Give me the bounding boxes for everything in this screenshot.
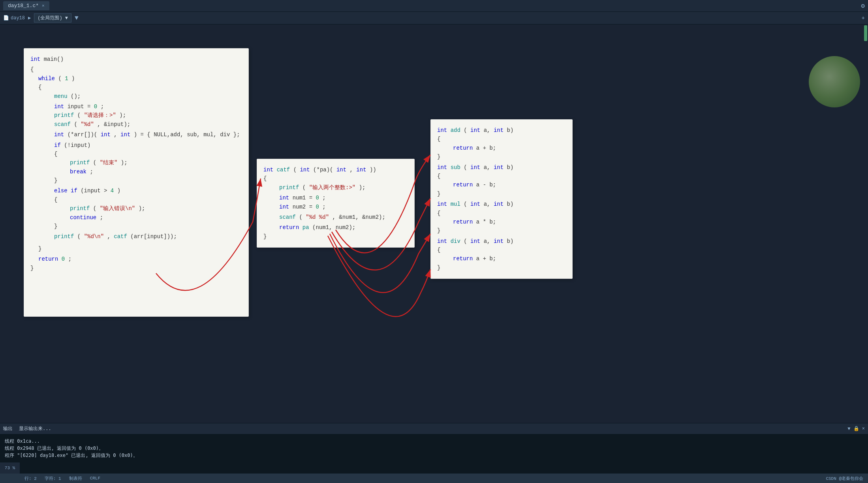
file-icon: 📄: [3, 15, 9, 21]
main-area: int main() { while ( 1 ) { menu (); int …: [0, 24, 868, 412]
show-output-label: 显示输出来...: [19, 425, 51, 432]
catf-code-panel: int catf ( int (*pa)( int , int )) { pri…: [257, 159, 415, 248]
toolbar-plus-icon[interactable]: +: [862, 15, 865, 21]
status-branding: CSDN @老秦包你会: [826, 475, 863, 481]
output-line-2: 线程 0x2948 已退出, 返回值为 0 (0x0)。: [5, 445, 863, 452]
main-code-panel: int main() { while ( 1 ) { menu (); int …: [24, 48, 249, 317]
zoom-indicator[interactable]: 73 %: [0, 462, 20, 474]
status-right: CSDN @老秦包你会: [826, 475, 863, 481]
status-encoding: CRLF: [90, 476, 100, 481]
toolbar: 📄 day18 ▶ (全局范围) ▼ ▼ +: [0, 12, 868, 24]
scope-arrow2: ▼: [75, 15, 79, 22]
kw-while: while: [38, 75, 55, 82]
toolbar-right: +: [862, 15, 865, 21]
tab-label: day18_1.c*: [8, 3, 39, 9]
output-line-3: 程序 "[6220] day18.exe" 已退出, 返回值为 0 (0x0)。: [5, 452, 863, 459]
zoom-label: 73 %: [5, 466, 15, 470]
toolbar-arrow: ▶: [28, 15, 31, 21]
filename-label: day18: [11, 15, 25, 21]
output-label: 输出: [3, 425, 13, 432]
status-col: 字符: 1: [45, 475, 61, 481]
output-content: 线程 0x1ca... 线程 0x2948 已退出, 返回值为 0 (0x0)。…: [0, 434, 868, 474]
output-close-buttons[interactable]: ▼ 🔒 ×: [847, 426, 865, 432]
settings-icon: ⚙: [861, 3, 865, 10]
status-format: 制表符: [69, 475, 82, 481]
output-toolbar: 输出 显示输出来... ▼ 🔒 ×: [0, 423, 868, 434]
file-tab[interactable]: day18_1.c* ×: [3, 1, 49, 10]
output-line-1: 线程 0x1ca...: [5, 438, 863, 445]
status-bar: 行: 2 字符: 1 制表符 CRLF CSDN @老秦包你会: [0, 474, 868, 483]
output-area: 输出 显示输出来... ▼ 🔒 × 线程 0x1ca... 线程 0x2948 …: [0, 423, 868, 474]
arithmetic-code-panel: int add ( int a, int b) { return a + b; …: [430, 119, 573, 279]
tab-close-icon[interactable]: ×: [42, 4, 45, 8]
status-row: 行: 2: [24, 475, 37, 481]
scope-label: (全局范围): [38, 15, 62, 21]
decorative-avatar: [809, 56, 860, 107]
file-indicator: 📄 day18: [3, 15, 25, 21]
scope-arrow: ▼: [65, 15, 68, 21]
title-bar: day18_1.c* × ⚙: [0, 0, 868, 12]
title-bar-settings[interactable]: ⚙: [861, 2, 865, 10]
scope-selector[interactable]: (全局范围) ▼: [34, 13, 71, 23]
kw-int-main: int: [30, 56, 40, 62]
